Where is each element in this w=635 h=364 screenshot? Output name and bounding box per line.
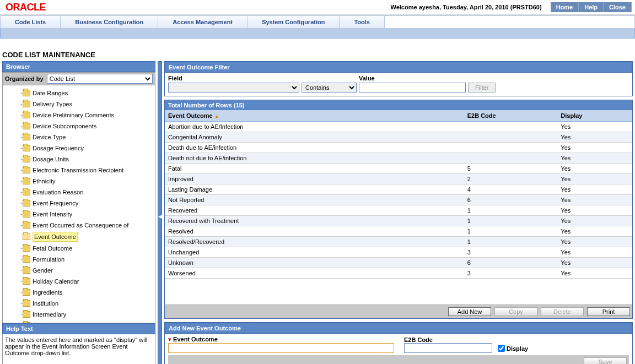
oracle-logo: ORACLE [6, 2, 46, 13]
col-display[interactable]: Display [557, 110, 632, 122]
eo-label: Event Outcome [173, 336, 218, 343]
folder-icon [23, 189, 30, 195]
table-count-header: Total Number of Rows (15) [165, 100, 632, 110]
welcome-text: Welcome ayesha, Tuesday, April 20, 2010 … [391, 4, 542, 10]
menu-sub-bar [0, 29, 635, 39]
event-outcome-input[interactable] [168, 343, 394, 353]
folder-icon [23, 233, 30, 240]
table-row[interactable]: Congenital AnomalyYes [165, 132, 632, 143]
folder-icon [23, 156, 30, 162]
tree-item[interactable]: ····Institution [4, 298, 154, 309]
results-table: Event Outcome▲ E2B Code Display Abortion… [165, 110, 632, 279]
display-label: Display [507, 345, 528, 352]
e2b-code-input[interactable] [404, 343, 492, 353]
folder-icon [23, 90, 30, 96]
folder-icon [23, 145, 30, 151]
folder-icon [23, 200, 30, 207]
table-row[interactable]: Lasting Damage4Yes [165, 184, 632, 195]
folder-icon [23, 101, 30, 107]
help-link[interactable]: Help [579, 2, 604, 12]
tree-item[interactable]: ····Intermediary [4, 309, 154, 320]
copy-button[interactable]: Copy [494, 307, 537, 316]
tree-item[interactable]: ····Event Frequency [4, 198, 154, 209]
tree-item[interactable]: ····Device Preliminary Comments [4, 110, 154, 121]
display-checkbox[interactable] [498, 345, 505, 352]
save-button[interactable]: Save [584, 357, 627, 364]
table-row[interactable]: Unknown6Yes [165, 258, 632, 268]
menu-system-config[interactable]: System Configuration [247, 16, 340, 28]
table-row[interactable]: Resolved1Yes [165, 226, 632, 237]
folder-icon [23, 278, 30, 285]
tree-item[interactable]: ····Formulation [4, 254, 154, 265]
print-button[interactable]: Print [587, 307, 630, 316]
table-row[interactable]: Not Reported6Yes [165, 195, 632, 205]
tree-browser[interactable]: ····Date Ranges····Delivery Types····Dev… [2, 85, 155, 323]
col-event-outcome[interactable]: Event Outcome▲ [165, 110, 464, 122]
filter-value-input[interactable] [359, 83, 466, 93]
tree-item[interactable]: ····Delivery Types [4, 99, 154, 110]
required-icon: ▾ [168, 336, 171, 343]
col-e2b-code[interactable]: E2B Code [464, 110, 558, 122]
e2b-label: E2B Code [404, 336, 433, 343]
help-header: Help Text [2, 323, 155, 334]
add-form-header: Add New Event Outcome [165, 323, 632, 334]
folder-icon [23, 300, 30, 307]
tree-item[interactable]: ····Ingredients [4, 287, 154, 298]
menu-business-config[interactable]: Business Configuration [61, 16, 158, 28]
tree-item[interactable]: ····Date Ranges [4, 88, 154, 99]
table-row[interactable]: Worsened3Yes [165, 268, 632, 279]
tree-item[interactable]: ····Device Type [4, 132, 154, 143]
tree-item[interactable]: ····Event Outcome [4, 231, 154, 243]
add-new-button[interactable]: Add New [448, 307, 491, 316]
tree-item[interactable]: ····Event Occurred as Consequence of [4, 220, 154, 231]
folder-icon [23, 167, 30, 173]
tree-item[interactable]: ····Event Intensity [4, 209, 154, 220]
table-row[interactable]: Recovered1Yes [165, 205, 632, 216]
close-link[interactable]: Close [604, 2, 632, 12]
folder-icon [23, 289, 30, 296]
table-row[interactable]: Death due to AE/infectionYes [165, 143, 632, 153]
help-body: The values entered here and marked as "d… [2, 334, 155, 364]
organized-by-label: Organized by [5, 75, 44, 82]
table-row[interactable]: Unchanged3Yes [165, 247, 632, 258]
sort-asc-icon: ▲ [214, 113, 219, 119]
folder-icon [23, 134, 30, 140]
tree-item[interactable]: ····Electronic Transmission Recipient [4, 165, 154, 176]
filter-operator-select[interactable]: Contains [302, 83, 357, 93]
page-title: CODE LIST MAINTENANCE [0, 48, 635, 61]
menu-code-lists[interactable]: Code Lists [1, 16, 61, 28]
tree-item[interactable]: ····Ethnicity [4, 176, 154, 187]
table-row[interactable]: Resolved/Recovered1Yes [165, 237, 632, 247]
folder-icon [23, 245, 30, 252]
folder-icon [23, 267, 30, 274]
folder-icon [23, 311, 30, 318]
tree-item[interactable]: ····Device Subcomponents [4, 121, 154, 132]
table-row[interactable]: Recovered with Treatment1Yes [165, 216, 632, 226]
delete-button[interactable]: Delete [541, 307, 584, 316]
collapse-handle[interactable]: ◀ [158, 61, 162, 364]
filter-field-label: Field [168, 74, 299, 83]
table-row[interactable]: Fatal5Yes [165, 164, 632, 174]
folder-icon [23, 211, 30, 218]
menu-tools[interactable]: Tools [340, 16, 385, 28]
folder-icon [23, 256, 30, 263]
filter-button[interactable]: Filter [468, 83, 496, 93]
tree-item[interactable]: ····Evaluation Reason [4, 187, 154, 198]
topbar: ORACLE Welcome ayesha, Tuesday, April 20… [0, 0, 635, 15]
menu-access-mgmt[interactable]: Access Management [158, 16, 247, 28]
table-row[interactable]: Abortion due to AE/InfectionYes [165, 122, 632, 132]
tree-item[interactable]: ····Gender [4, 265, 154, 276]
organized-by-select[interactable]: Code List [47, 74, 153, 84]
table-row[interactable]: Death not due to AE/infectionYes [165, 153, 632, 164]
folder-icon [23, 178, 30, 184]
main-menu: Code Lists Business Configuration Access… [0, 15, 635, 29]
tree-item[interactable]: ····Dosage Units [4, 154, 154, 165]
tree-item[interactable]: ····Holiday Calendar [4, 276, 154, 287]
table-row[interactable]: Improved2Yes [165, 174, 632, 184]
folder-icon [23, 222, 30, 229]
home-link[interactable]: Home [551, 2, 579, 12]
browser-header: Browser [2, 61, 155, 72]
tree-item[interactable]: ····Dosage Frequency [4, 143, 154, 154]
tree-item[interactable]: ····Fetal Outcome [4, 243, 154, 254]
filter-field-select[interactable] [168, 83, 299, 93]
